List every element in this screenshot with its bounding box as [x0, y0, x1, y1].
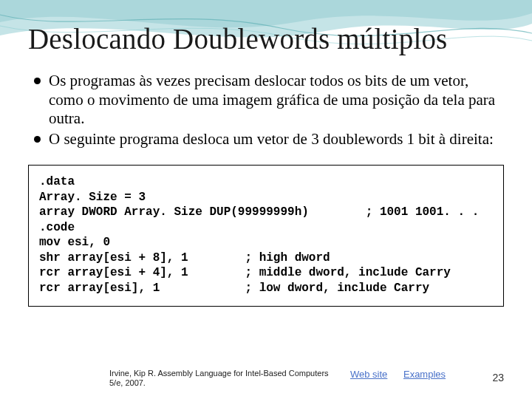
page-number: 23	[474, 369, 504, 383]
footer: Irvine, Kip R. Assembly Language for Int…	[0, 369, 532, 389]
page-title: Deslocando Doublewords múltiplos	[28, 22, 504, 55]
code-block: .data Array. Size = 3 array DWORD Array.…	[28, 165, 504, 307]
citation-text: Irvine, Kip R. Assembly Language for Int…	[109, 369, 331, 389]
bullet-item: O seguinte programa desloca um vetor de …	[33, 130, 504, 149]
content-area: Deslocando Doublewords múltiplos Os prog…	[0, 0, 532, 307]
slide: Deslocando Doublewords múltiplos Os prog…	[0, 0, 532, 399]
bullet-item: Os programas às vezes precisam deslocar …	[33, 72, 504, 129]
web-site-link[interactable]: Web site	[350, 369, 387, 380]
bullet-list: Os programas às vezes precisam deslocar …	[33, 72, 504, 149]
examples-link[interactable]: Examples	[403, 369, 446, 380]
footer-links: Web site Examples	[331, 369, 474, 380]
